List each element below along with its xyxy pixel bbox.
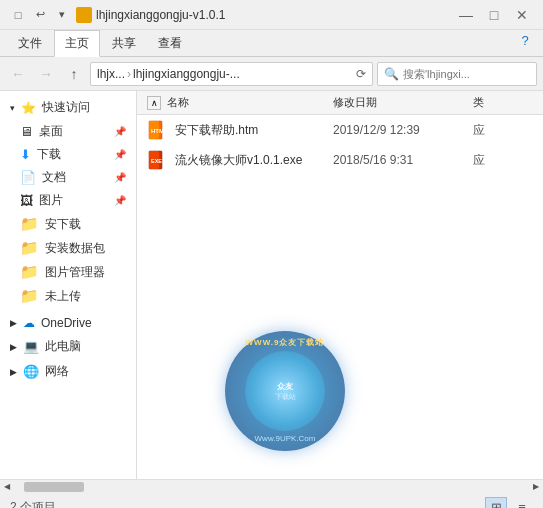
address-bar[interactable]: lhjx... › lhjingxianggongju-... ⟳ [90, 62, 373, 86]
search-input[interactable] [403, 68, 530, 80]
title-bar: □ ↩ ▾ lhjingxianggongju-v1.0.1 — □ ✕ [0, 0, 543, 30]
downloads-label: 下载 [37, 146, 61, 163]
sidebar-network[interactable]: ▶ 🌐 网络 [0, 359, 136, 384]
sidebar: ▾ ⭐ 快速访问 🖥 桌面 📌 ⬇ 下载 📌 📄 文档 📌 🖼 图片 📌 📁 安… [0, 91, 137, 479]
nav-bar: ← → ↑ lhjx... › lhjingxianggongju-... ⟳ … [0, 57, 543, 91]
folder-icon-4: 📁 [20, 263, 39, 281]
title-bar-left: □ ↩ ▾ lhjingxianggongju-v1.0.1 [8, 5, 225, 25]
header-expand[interactable]: ∧ [147, 96, 161, 110]
chevron-down-icon: ▾ [10, 103, 15, 113]
folder-icon [76, 7, 92, 23]
cloud-icon: ☁ [23, 316, 35, 330]
minimize-button[interactable]: — [453, 5, 479, 25]
chevron-right-icon-2: ▶ [10, 342, 17, 352]
pin-icon-2: 📌 [114, 149, 126, 160]
qat-save[interactable]: □ [8, 5, 28, 25]
window-title: lhjingxianggongju-v1.0.1 [96, 8, 225, 22]
sidebar-quick-access[interactable]: ▾ ⭐ 快速访问 [0, 95, 136, 120]
documents-icon: 📄 [20, 170, 36, 185]
back-button[interactable]: ← [6, 62, 30, 86]
col-name-label: 名称 [167, 95, 189, 110]
chevron-right-icon: ▶ [10, 318, 17, 328]
ribbon: 文件 主页 共享 查看 ? [0, 30, 543, 57]
grid-view-button[interactable]: ⊞ [485, 497, 507, 509]
sidebar-item-documents[interactable]: 📄 文档 📌 [0, 166, 136, 189]
sidebar-item-downloads[interactable]: ⬇ 下载 📌 [0, 143, 136, 166]
star-icon: ⭐ [21, 101, 36, 115]
anxiazai-label: 安下载 [45, 216, 81, 233]
file-type-1: 应 [473, 122, 533, 139]
tab-home[interactable]: 主页 [54, 30, 100, 57]
search-bar[interactable]: 🔍 [377, 62, 537, 86]
pin-icon: 📌 [114, 126, 126, 137]
network-label: 网络 [45, 363, 69, 380]
qat-undo[interactable]: ↩ [30, 5, 50, 25]
sidebar-thispc[interactable]: ▶ 💻 此电脑 [0, 334, 136, 359]
qat-dropdown[interactable]: ▾ [52, 5, 72, 25]
desktop-label: 桌面 [39, 123, 63, 140]
list-view-button[interactable]: ≡ [511, 497, 533, 509]
h-scroll-left[interactable]: ◀ [0, 480, 14, 494]
file-list: ∧ 名称 修改日期 类 HTM 安下载帮助.htm 2019/12/9 12:3… [137, 91, 543, 479]
sort-type-button[interactable]: 类 [473, 95, 533, 110]
tab-file[interactable]: 文件 [8, 30, 52, 56]
h-scroll-right[interactable]: ▶ [529, 480, 543, 494]
svg-text:EXE: EXE [151, 158, 162, 164]
quick-access-toolbar: □ ↩ ▾ [8, 5, 72, 25]
thispc-label: 此电脑 [45, 338, 81, 355]
sidebar-item-desktop[interactable]: 🖥 桌面 📌 [0, 120, 136, 143]
address-sep: › [127, 67, 131, 81]
exe-file-icon: EXE [147, 150, 167, 170]
forward-button[interactable]: → [34, 62, 58, 86]
table-row[interactable]: EXE 流火镜像大师v1.0.1.exe 2018/5/16 9:31 应 [137, 145, 543, 175]
download-icon: ⬇ [20, 147, 31, 162]
up-button[interactable]: ↑ [62, 62, 86, 86]
status-bar: 2 个项目 ⊞ ≡ [0, 493, 543, 508]
h-scroll-track[interactable] [14, 480, 529, 494]
folder-icon-5: 📁 [20, 287, 39, 305]
pictures-icon: 🖼 [20, 193, 33, 208]
file-date-2: 2018/5/16 9:31 [333, 153, 473, 167]
html-file-icon: HTM [147, 120, 167, 140]
quick-access-label: 快速访问 [42, 99, 90, 116]
file-name-2: 流火镜像大师v1.0.1.exe [175, 152, 333, 169]
pin-icon-3: 📌 [114, 172, 126, 183]
sidebar-item-not-uploaded[interactable]: 📁 未上传 [0, 284, 136, 308]
ribbon-tabs: 文件 主页 共享 查看 ? [0, 30, 543, 56]
sort-name-button[interactable]: 名称 [167, 95, 333, 110]
close-button[interactable]: ✕ [509, 5, 535, 25]
sort-date-button[interactable]: 修改日期 [333, 95, 473, 110]
item-count: 2 个项目 [10, 499, 56, 508]
network-icon: 🌐 [23, 364, 39, 379]
h-scroll: ◀ ▶ [0, 479, 543, 493]
not-uploaded-label: 未上传 [45, 288, 81, 305]
search-icon: 🔍 [384, 67, 399, 81]
pin-icon-4: 📌 [114, 195, 126, 206]
sidebar-item-pictures[interactable]: 🖼 图片 📌 [0, 189, 136, 212]
col-date-label: 修改日期 [333, 95, 377, 110]
sidebar-onedrive[interactable]: ▶ ☁ OneDrive [0, 312, 136, 334]
sidebar-item-pic-manager[interactable]: 📁 图片管理器 [0, 260, 136, 284]
tab-share[interactable]: 共享 [102, 30, 146, 56]
folder-icon-2: 📁 [20, 215, 39, 233]
main-content: ▾ ⭐ 快速访问 🖥 桌面 📌 ⬇ 下载 📌 📄 文档 📌 🖼 图片 📌 📁 安… [0, 91, 543, 479]
view-controls: ⊞ ≡ [485, 497, 533, 509]
file-name-1: 安下载帮助.htm [175, 122, 333, 139]
refresh-button[interactable]: ⟳ [356, 67, 366, 81]
table-row[interactable]: HTM 安下载帮助.htm 2019/12/9 12:39 应 [137, 115, 543, 145]
address-breadcrumb: lhjx... › lhjingxianggongju-... [97, 67, 240, 81]
file-date-1: 2019/12/9 12:39 [333, 123, 473, 137]
h-scroll-thumb[interactable] [24, 482, 84, 492]
col-type-label: 类 [473, 95, 484, 110]
sidebar-item-install-pkg[interactable]: 📁 安装数据包 [0, 236, 136, 260]
tab-view[interactable]: 查看 [148, 30, 192, 56]
install-pkg-label: 安装数据包 [45, 240, 105, 257]
chevron-right-icon-3: ▶ [10, 367, 17, 377]
file-type-2: 应 [473, 152, 533, 169]
documents-label: 文档 [42, 169, 66, 186]
help-button[interactable]: ? [515, 30, 535, 50]
address-current: lhjingxianggongju-... [133, 67, 240, 81]
sidebar-item-anxiazai[interactable]: 📁 安下载 [0, 212, 136, 236]
maximize-button[interactable]: □ [481, 5, 507, 25]
pictures-label: 图片 [39, 192, 63, 209]
